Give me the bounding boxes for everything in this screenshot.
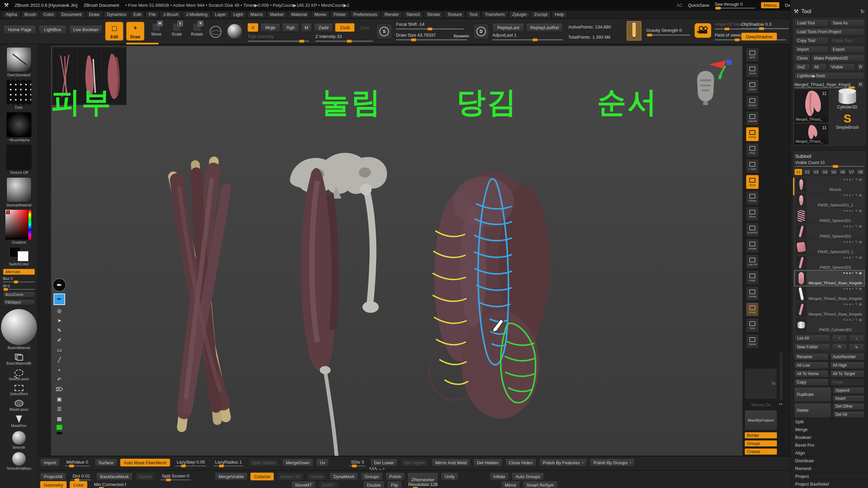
document-canvas[interactable]: 눌림 당김 순서 피부: [51, 46, 743, 456]
visibility-tab[interactable]: V4: [821, 169, 829, 175]
palette-section-header[interactable]: Project BasRelief: [790, 480, 868, 488]
subtool-down-button[interactable]: ↓: [849, 334, 864, 342]
bottom-bar-control[interactable]: Mirror: [501, 481, 520, 488]
shelf-icon-button[interactable]: PolyF: [746, 270, 759, 285]
bottom-bar-control[interactable]: Polish By Groups: [590, 459, 635, 467]
subtool-row[interactable]: ▾●●◐✎◉ PM3D_Sphere3D3_1: [794, 239, 864, 255]
sculpt-viewport-models[interactable]: [51, 46, 743, 456]
border-button[interactable]: Border: [745, 432, 777, 439]
rgb-button[interactable]: Rgb: [282, 23, 299, 32]
paste-tool-button[interactable]: Paste Tool: [830, 37, 864, 44]
panel-reset-icon[interactable]: ↻: [860, 8, 865, 15]
menu-item[interactable]: Preferences: [350, 11, 380, 18]
menu-item[interactable]: Tool: [466, 11, 480, 18]
export-button[interactable]: Export: [830, 46, 864, 53]
shelf-icon-button[interactable]: Solo: [746, 318, 759, 332]
bottom-bar-control[interactable]: Split Screen 0: [158, 472, 193, 482]
material-thumbnail[interactable]: [6, 177, 32, 202]
smooth-valleys-thumbnail[interactable]: [12, 452, 26, 466]
palette-section-header[interactable]: Boolean: [790, 433, 868, 441]
list-all-button[interactable]: List All: [794, 334, 830, 342]
shelf-icon-button[interactable]: Persp: [746, 127, 759, 141]
undo-icon[interactable]: ↶: [54, 375, 64, 384]
draw-button[interactable]: + Draw: [126, 22, 144, 41]
edit-button[interactable]: ⬚ Edit: [105, 22, 123, 41]
bottom-bar-control[interactable]: LazyStep 0.05: [173, 459, 209, 468]
hue-strip[interactable]: [28, 210, 31, 240]
bottom-bar-control[interactable]: Polish By Features: [539, 459, 587, 467]
menu-item[interactable]: File: [145, 11, 159, 18]
rgb-intensity-slider[interactable]: Rgb Intensity: [248, 34, 309, 42]
eraser-icon[interactable]: ▭: [54, 346, 64, 354]
menu-item[interactable]: Color: [40, 11, 57, 18]
stroke-thumbnail[interactable]: [6, 80, 32, 105]
shelf-icon-button[interactable]: Qxyz: [746, 175, 759, 189]
new-folder-button[interactable]: New Folder: [794, 343, 830, 351]
zcut-button[interactable]: Zcut: [357, 23, 372, 32]
bottom-bar-control[interactable]: Double: [363, 481, 384, 488]
subtool-row[interactable]: ▾●●◐✎◉ PM3D_Sphere3D3: [794, 255, 864, 270]
menu-item[interactable]: Document: [58, 11, 84, 18]
shelf-icon-button[interactable]: Frame: [746, 191, 759, 205]
del-all-button[interactable]: Del All: [833, 411, 865, 418]
live-boolean-button[interactable]: Live Boolean: [69, 25, 102, 34]
shelf-icon-button[interactable]: Move: [746, 207, 759, 221]
menu-item[interactable]: Texture: [444, 11, 465, 18]
menu-item[interactable]: Picker: [331, 11, 349, 18]
bottom-bar-control[interactable]: Import: [40, 459, 60, 467]
anchor-mode-button[interactable]: A: [248, 23, 258, 32]
see-through-handle[interactable]: [715, 7, 721, 9]
shelf-icon-button[interactable]: Zoom: [746, 79, 759, 94]
subtool-row[interactable]: ▾●●◐✎◉ Merged_TPose1_Ryan_Kingslie: [794, 270, 864, 286]
texture-on-label[interactable]: Texture On: [751, 403, 771, 407]
load-tools-from-project-button[interactable]: Load Tools From Project: [794, 28, 864, 36]
bottom-bar-control[interactable]: Split Hidden: [248, 459, 279, 467]
simplebrush-icon[interactable]: S: [844, 112, 851, 124]
bottom-bar-control[interactable]: Inflate: [490, 472, 509, 481]
shelf-icon-button[interactable]: Scroll: [746, 63, 759, 78]
bottom-bar-control[interactable]: Geometry: [40, 481, 67, 488]
menu-item[interactable]: Stroke: [424, 11, 443, 18]
del-other-button[interactable]: Del Other: [833, 403, 865, 410]
basic-material-b-icon[interactable]: [15, 354, 23, 361]
basic-material-thumbnail[interactable]: [1, 309, 37, 345]
bottom-bar-control[interactable]: Resolution 128: [405, 481, 441, 488]
smooth-brush-thumbnail[interactable]: [12, 431, 26, 445]
m-button[interactable]: M: [301, 23, 312, 32]
subtool-row[interactable]: ▾●●◐✎◉ Merged_TPose1_Ryan_Kingslie: [794, 302, 864, 317]
adjust-selector-icon[interactable]: D: [473, 24, 489, 39]
shelf-icon-button[interactable]: Transp: [746, 286, 759, 301]
goz-all-button[interactable]: All: [811, 63, 827, 71]
goz-visible-button[interactable]: Visible: [828, 63, 855, 71]
delete-icon[interactable]: ⌦: [54, 385, 64, 393]
bottom-bar-control[interactable]: Colorize: [250, 472, 274, 481]
menu-item[interactable]: Draw: [86, 11, 102, 18]
menu-item[interactable]: Zscript: [531, 11, 550, 18]
bottom-bar-control[interactable]: ProjectAll: [40, 472, 66, 481]
gyro-icon[interactable]: [210, 26, 222, 38]
palette-section-header[interactable]: Distribute: [790, 456, 868, 464]
shelf-icon-button[interactable]: BPR: [746, 47, 759, 62]
current-annotation-color-swatch[interactable]: [56, 425, 62, 430]
menu-item[interactable]: Zplugin: [509, 11, 530, 18]
cursor-icon[interactable]: ➤: [54, 317, 64, 325]
mask-by-feature-button[interactable]: MaskByFeature: [745, 410, 777, 430]
palette-section-header[interactable]: Align: [790, 449, 868, 456]
palette-section-header[interactable]: Remesh: [790, 464, 868, 472]
bottom-bar-control[interactable]: Mirror And Weld: [431, 459, 470, 467]
menu-item[interactable]: Render: [381, 11, 402, 18]
shelf-icon-button[interactable]: Zoom3D: [746, 223, 759, 237]
visibility-tab[interactable]: V7: [848, 169, 855, 175]
palette-section-header[interactable]: Split: [790, 418, 868, 425]
bottom-bar-control[interactable]: Delete: [135, 472, 156, 481]
texture-preview-box[interactable]: Te: [745, 368, 777, 399]
obj-shadow-slider[interactable]: ObjShadow 0.3: [741, 22, 789, 29]
copy-subtool-button[interactable]: Copy: [794, 379, 829, 386]
quicksave-button[interactable]: QuickSave: [688, 3, 709, 8]
lightbox-button[interactable]: LightBox: [39, 25, 66, 34]
previous-tool-thumbnail[interactable]: 11 Merged_TPose1_: [794, 124, 828, 144]
visibility-tab[interactable]: V1: [794, 169, 802, 175]
subtool-row[interactable]: ▾●●◐✎◉ PM3D_Sphere3D2: [794, 224, 864, 239]
menu-item[interactable]: Material: [288, 11, 310, 18]
shelf-icon-button[interactable]: Ghost: [746, 302, 759, 317]
